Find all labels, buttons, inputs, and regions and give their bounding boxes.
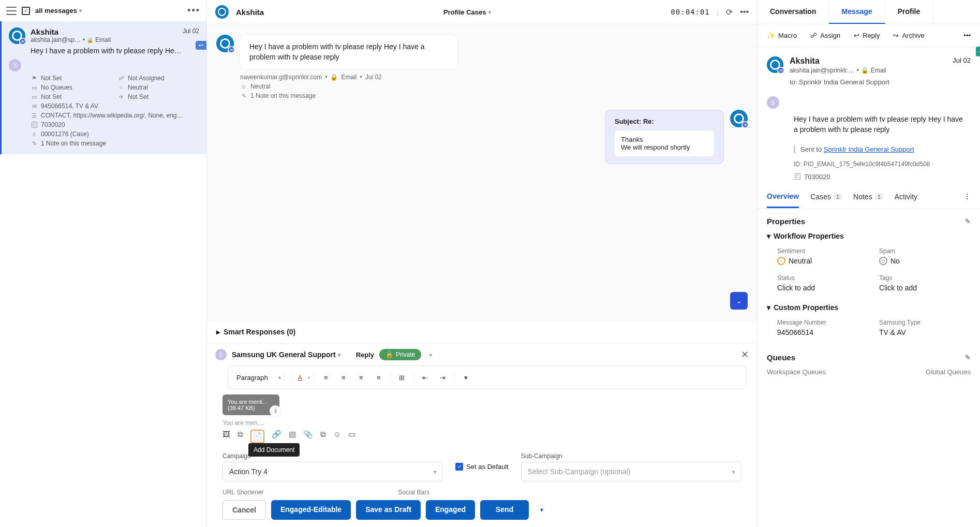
right-date: Jul 02 xyxy=(953,56,971,64)
table-button[interactable]: ⊞ xyxy=(395,370,409,385)
subtab-overview[interactable]: Overview xyxy=(767,192,799,208)
sent-to-link[interactable]: Sprinklr India General Support xyxy=(824,145,914,153)
more-icon[interactable]: ••• xyxy=(963,32,971,39)
to-value: Sprinklr India General Support xyxy=(799,78,889,86)
message-body: Hey I have a problem with tv please repl… xyxy=(758,109,980,135)
count-badge: 1 xyxy=(834,194,842,200)
chevron-down-icon: ▾ xyxy=(488,9,491,15)
send-more-button[interactable]: ▾ xyxy=(534,500,550,520)
flag-icon: ⚑ xyxy=(31,75,38,82)
edit-icon[interactable]: ✎ xyxy=(965,217,971,225)
subtab-activity[interactable]: Activity xyxy=(895,192,917,208)
save-draft-button[interactable]: Save as Draft xyxy=(356,500,421,520)
smart-responses-toggle[interactable]: ▶ Smart Responses (0) xyxy=(207,320,757,343)
send-icon: ✈ xyxy=(117,93,125,100)
tags-value[interactable]: Click to add xyxy=(879,284,971,292)
profile-cases-dropdown[interactable]: Profile Cases ▾ xyxy=(443,8,491,16)
custom-props-toggle[interactable]: ▾ Custom Properties xyxy=(758,300,980,315)
emoji-icon[interactable]: ☺ xyxy=(333,430,341,443)
paragraph-select[interactable]: Paragraph ▾ xyxy=(233,373,285,383)
archive-action[interactable]: ↪Archive xyxy=(893,32,924,39)
workflow-props-toggle[interactable]: ▾ Workflow Properties xyxy=(758,229,980,243)
meta-notset: Not Set xyxy=(41,75,62,82)
text-color-button[interactable]: A xyxy=(295,370,310,385)
timer: 00:04:01 xyxy=(671,8,709,16)
send-button[interactable]: Send xyxy=(480,500,529,520)
reply-action[interactable]: ↩Reply xyxy=(854,32,880,39)
subtab-notes[interactable]: Notes1 xyxy=(853,192,883,208)
align-right-button[interactable]: ≡ xyxy=(354,370,368,385)
tab-profile[interactable]: Profile xyxy=(885,0,933,24)
cancel-button[interactable]: Cancel xyxy=(222,500,266,520)
indent-button[interactable]: ⇥ xyxy=(436,370,450,385)
all-messages-dropdown[interactable]: all messages ▾ xyxy=(35,7,82,14)
tab-message[interactable]: Message xyxy=(829,0,885,24)
refresh-icon[interactable]: ⟳ xyxy=(726,7,733,17)
assign-action[interactable]: ☍Assign xyxy=(810,32,840,39)
contact-icon: ☰ xyxy=(31,112,38,119)
meta-neutral: Neutral xyxy=(128,84,148,91)
meta-notset2: Not Set xyxy=(41,93,62,100)
chevron-down-icon[interactable]: ▾ xyxy=(429,352,432,358)
person-icon: ☍ xyxy=(117,75,125,82)
scroll-down-button[interactable]: ⌄ xyxy=(730,292,748,310)
more-icon[interactable]: ••• xyxy=(740,7,749,17)
subcampaign-select[interactable]: Select Sub-Campaign (optional) ▾ xyxy=(521,462,741,481)
kebab-icon[interactable]: ⋮ xyxy=(963,192,971,200)
status-label: Status xyxy=(777,274,869,282)
channel-badge-icon: ✉ xyxy=(19,38,26,45)
status-value[interactable]: Click to add xyxy=(777,284,869,292)
reply-draft-bubble: Subject: Re: Thanks We will respond shor… xyxy=(605,110,724,164)
download-icon[interactable]: ⇩ xyxy=(270,405,281,417)
more-icon[interactable]: ••• xyxy=(187,5,200,16)
align-center-button[interactable]: ≡ xyxy=(336,370,351,385)
msgnum-label: Message Number xyxy=(777,319,869,326)
visibility-badge[interactable]: 🔒 Private xyxy=(379,349,421,360)
template-icon[interactable]: ▤ xyxy=(289,430,296,443)
tab-conversation[interactable]: Conversation xyxy=(758,0,829,24)
checkbox-checked-icon: ✓ xyxy=(455,463,463,471)
close-icon[interactable]: ✕ xyxy=(741,349,749,360)
from-account-dropdown[interactable]: Samsung UK General Support ▾ xyxy=(232,350,340,359)
align-left-button[interactable]: ≡ xyxy=(319,370,333,385)
sentiment-value[interactable]: –Neutral xyxy=(777,257,869,265)
person-assign-icon: ☍ xyxy=(810,32,817,39)
card-preview: Hey I have a problem with tv please repl… xyxy=(31,47,199,55)
edit-icon[interactable]: ✎ xyxy=(965,354,971,361)
card-channel: Email xyxy=(95,36,111,43)
more-formatting-button[interactable]: ▾ xyxy=(459,370,473,385)
campaign-select[interactable]: Action Try 4 ▾ xyxy=(222,462,443,481)
snippet-icon[interactable]: ⧉ xyxy=(320,430,326,443)
sentiment-label: Sentiment xyxy=(777,247,869,255)
subtab-cases[interactable]: Cases1 xyxy=(810,192,842,208)
hamburger-icon[interactable] xyxy=(6,7,17,15)
outdent-button[interactable]: ⇤ xyxy=(418,370,433,385)
secondary-avatar: S xyxy=(9,59,21,71)
attachment-name: You are menti… xyxy=(228,399,274,405)
image-icon[interactable]: 🖼 xyxy=(222,430,230,443)
right-email: akshita.jain@sprinklr.… xyxy=(790,67,855,74)
global-queues-label: Global Queues xyxy=(926,368,971,376)
attachment-chip[interactable]: You are menti… (39.47 KB) ⇩ xyxy=(222,394,279,415)
card-email: akshita.jain@sp… xyxy=(31,36,81,43)
macro-action[interactable]: ✨Macro xyxy=(767,32,797,39)
tags-label: Tags xyxy=(879,274,971,282)
video-icon[interactable]: ⧉ xyxy=(237,430,243,443)
bubble-date: Jul 02 xyxy=(365,74,382,81)
case-icon: 🄲 xyxy=(794,173,801,180)
meta-note: 1 Note on this message xyxy=(41,140,106,147)
engaged-button[interactable]: Engaged xyxy=(426,500,475,520)
set-default-checkbox[interactable]: ✓ Set as Default xyxy=(455,463,509,471)
smart-responses-label: Smart Responses (0) xyxy=(224,328,295,336)
lock-icon: 🔒 xyxy=(385,351,393,358)
message-card[interactable]: ↩ ✉ Jul 02 Akshita akshita.jain@sp… • 🔒 … xyxy=(0,21,206,154)
attach-icon[interactable]: 📎 xyxy=(303,430,313,443)
link-icon[interactable]: 🔗 xyxy=(272,430,281,443)
card-icon[interactable]: ▭ xyxy=(348,430,355,443)
editor-text[interactable]: You are men.... xyxy=(222,419,757,427)
select-all-checkbox[interactable]: ✓ xyxy=(22,7,30,15)
align-justify-button[interactable]: ≡ xyxy=(372,370,386,385)
engaged-editable-button[interactable]: Engaged-Editable xyxy=(271,500,351,520)
secondary-avatar: S xyxy=(767,96,779,109)
spam-value[interactable]: ⊘No xyxy=(879,257,971,265)
